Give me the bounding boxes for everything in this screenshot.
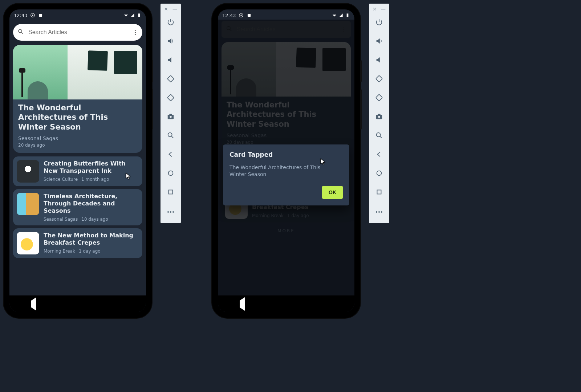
card-icon bbox=[247, 13, 252, 18]
svg-line-27 bbox=[380, 136, 382, 138]
phone-frame: 12:43 bbox=[212, 4, 360, 318]
phone-screen: 12:43 bbox=[218, 9, 354, 312]
overview-icon[interactable] bbox=[371, 184, 387, 200]
zoom-icon[interactable] bbox=[163, 127, 179, 143]
nav-back-button[interactable] bbox=[240, 301, 245, 307]
svg-point-9 bbox=[170, 116, 172, 118]
app-content: The Wonderful Architectures of This Wint… bbox=[9, 21, 146, 300]
back-icon[interactable] bbox=[163, 146, 179, 162]
svg-rect-10 bbox=[169, 114, 172, 115]
svg-rect-6 bbox=[167, 75, 174, 82]
signal-icon bbox=[338, 13, 344, 18]
status-time: 12:43 bbox=[222, 13, 236, 18]
volume-up-icon[interactable] bbox=[371, 33, 387, 49]
dialog-body: The Wonderful Architectures of This Wint… bbox=[229, 164, 331, 178]
emulator-instance-1: 12:43 bbox=[4, 4, 200, 330]
wifi-icon bbox=[332, 13, 337, 18]
hero-image bbox=[13, 45, 142, 99]
alert-dialog: Card Tapped The Wonderful Architectures … bbox=[223, 144, 349, 205]
article-title: Creating Butterflies With New Transparen… bbox=[44, 160, 139, 175]
article-card[interactable]: Timeless Architecture, Through Decades a… bbox=[13, 189, 142, 225]
rotate-right-icon[interactable] bbox=[371, 90, 387, 106]
search-bar[interactable] bbox=[13, 24, 142, 41]
emulator-toolbar: × — bbox=[369, 4, 389, 223]
svg-point-24 bbox=[378, 116, 380, 118]
svg-rect-25 bbox=[378, 114, 380, 115]
svg-point-11 bbox=[168, 133, 172, 137]
article-age: 1 month ago bbox=[81, 177, 109, 182]
volume-down-icon[interactable] bbox=[371, 52, 387, 68]
hero-source: Seasonal Sagas bbox=[18, 135, 137, 141]
article-title: The New Method to Making Breakfast Crepe… bbox=[44, 232, 139, 246]
svg-point-4 bbox=[19, 29, 22, 33]
svg-point-26 bbox=[377, 133, 381, 137]
rotate-left-icon[interactable] bbox=[371, 71, 387, 87]
hero-title: The Wonderful Architectures of This Wint… bbox=[18, 103, 137, 132]
battery-icon bbox=[345, 13, 350, 18]
svg-rect-14 bbox=[169, 190, 173, 194]
emulator-toolbar: × — bbox=[161, 4, 181, 223]
article-card[interactable]: Creating Butterflies With New Transparen… bbox=[13, 156, 142, 186]
volume-down-icon[interactable] bbox=[163, 52, 179, 68]
phone-frame: 12:43 bbox=[4, 4, 152, 318]
article-thumb bbox=[17, 160, 39, 183]
hero-age: 20 days ago bbox=[18, 143, 137, 148]
svg-rect-17 bbox=[248, 14, 251, 17]
hero-card[interactable]: The Wonderful Architectures of This Wint… bbox=[13, 45, 142, 153]
svg-rect-2 bbox=[39, 14, 42, 17]
svg-line-5 bbox=[21, 32, 23, 34]
article-age: 10 days ago bbox=[81, 217, 108, 222]
more-icon[interactable] bbox=[371, 203, 387, 219]
article-title: Timeless Architecture, Through Decades a… bbox=[44, 193, 139, 215]
phone-screen: 12:43 bbox=[9, 9, 146, 312]
back-icon[interactable] bbox=[371, 146, 387, 162]
nav-back-button[interactable] bbox=[31, 301, 36, 307]
svg-rect-21 bbox=[376, 75, 382, 82]
article-source: Morning Break bbox=[44, 249, 75, 254]
article-thumb bbox=[17, 193, 39, 215]
toolbar-minimize-button[interactable]: — bbox=[381, 7, 386, 11]
home-icon[interactable] bbox=[163, 165, 179, 181]
overflow-icon[interactable] bbox=[132, 30, 138, 35]
svg-point-28 bbox=[377, 171, 382, 176]
app-badge-icon bbox=[239, 13, 244, 18]
emulator-instance-2: 12:43 bbox=[212, 4, 408, 330]
dialog-ok-button[interactable]: OK bbox=[322, 186, 343, 199]
dialog-title: Card Tapped bbox=[229, 151, 343, 158]
search-icon bbox=[17, 28, 24, 36]
rotate-left-icon[interactable] bbox=[163, 71, 179, 87]
zoom-icon[interactable] bbox=[371, 127, 387, 143]
android-nav-bar bbox=[9, 295, 146, 312]
article-source: Science Culture bbox=[44, 177, 78, 182]
signal-icon bbox=[130, 13, 135, 18]
battery-icon bbox=[137, 13, 142, 18]
svg-rect-18 bbox=[347, 13, 349, 17]
article-card[interactable]: The New Method to Making Breakfast Crepe… bbox=[13, 228, 142, 258]
toolbar-close-button[interactable]: × bbox=[373, 7, 377, 11]
app-badge-icon bbox=[30, 13, 35, 18]
svg-line-12 bbox=[172, 136, 174, 138]
rotate-right-icon[interactable] bbox=[163, 90, 179, 106]
more-icon[interactable] bbox=[163, 203, 179, 219]
power-icon[interactable] bbox=[371, 14, 387, 30]
power-icon[interactable] bbox=[163, 14, 179, 30]
svg-rect-22 bbox=[376, 94, 382, 101]
volume-up-icon[interactable] bbox=[163, 33, 179, 49]
toolbar-minimize-button[interactable]: — bbox=[172, 7, 177, 11]
article-age: 1 day ago bbox=[79, 249, 101, 254]
article-thumb bbox=[17, 232, 39, 254]
search-input[interactable] bbox=[28, 29, 129, 36]
overview-icon[interactable] bbox=[163, 184, 179, 200]
screenshot-icon[interactable] bbox=[163, 109, 179, 124]
svg-rect-7 bbox=[167, 94, 174, 101]
status-bar: 12:43 bbox=[9, 9, 146, 21]
wifi-icon bbox=[123, 13, 129, 18]
status-time: 12:43 bbox=[14, 13, 27, 18]
home-icon[interactable] bbox=[371, 165, 387, 181]
android-nav-bar bbox=[218, 295, 354, 312]
screenshot-icon[interactable] bbox=[371, 109, 387, 124]
svg-rect-29 bbox=[377, 190, 381, 194]
toolbar-close-button[interactable]: × bbox=[164, 7, 168, 11]
svg-point-16 bbox=[241, 15, 242, 16]
article-source: Seasonal Sagas bbox=[44, 217, 78, 222]
